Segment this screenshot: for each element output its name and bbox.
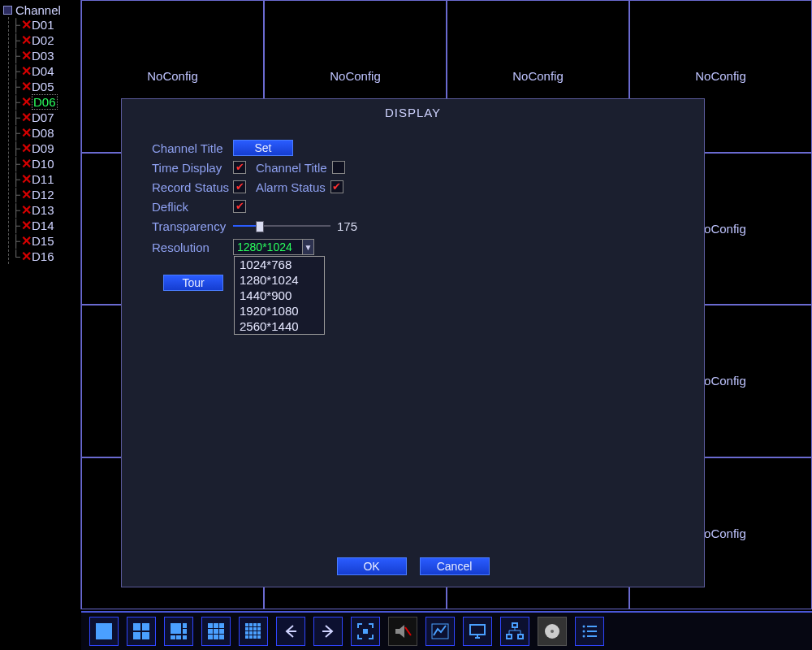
resolution-option[interactable]: 1024*768 <box>235 257 324 272</box>
svg-rect-0 <box>96 623 112 639</box>
sidebar-title: Channel <box>15 3 61 17</box>
disabled-icon: ✕ <box>20 81 32 93</box>
disabled-icon: ✕ <box>20 205 32 216</box>
resolution-option[interactable]: 1920*1080 <box>235 303 324 318</box>
cancel-button[interactable]: Cancel <box>420 557 490 575</box>
channel-item-D03[interactable]: ├✕D03 <box>9 48 80 63</box>
cell-status: NoConfig <box>147 69 198 83</box>
checkbox-time-display[interactable]: ✔ <box>233 161 246 174</box>
toolbar-view-1-icon[interactable] <box>89 617 119 646</box>
set-button[interactable]: Set <box>233 140 293 156</box>
tree-root-icon <box>3 6 12 15</box>
toolbar-fullscreen-icon[interactable] <box>351 617 380 646</box>
svg-rect-9 <box>176 635 181 639</box>
label-time-display: Time Display <box>152 161 233 175</box>
disabled-icon: ✕ <box>20 189 32 201</box>
svg-rect-5 <box>171 623 181 634</box>
channel-item-D02[interactable]: ├✕D02 <box>9 32 80 48</box>
channel-label: D16 <box>32 249 54 263</box>
toolbar-view-9-icon[interactable] <box>201 617 231 646</box>
svg-rect-24 <box>245 627 248 630</box>
toolbar-list-icon[interactable] <box>575 617 604 646</box>
channel-item-D16[interactable]: └✕D16 <box>9 249 80 264</box>
check-icon: ✔ <box>235 182 244 192</box>
toolbar-chart-icon[interactable] <box>425 617 455 646</box>
toolbar-monitor-icon[interactable] <box>463 617 492 646</box>
svg-rect-6 <box>183 623 187 628</box>
check-icon: ✔ <box>235 202 244 211</box>
disabled-icon: ✕ <box>20 66 32 77</box>
resolution-value: 1280*1024 <box>237 240 292 254</box>
checkbox-deflick[interactable]: ✔ <box>233 200 246 213</box>
chevron-down-icon: ▼ <box>302 240 313 254</box>
svg-rect-28 <box>245 631 248 635</box>
channel-item-D07[interactable]: ├✕D07 <box>9 110 80 125</box>
toolbar-next-icon[interactable] <box>313 617 343 646</box>
channel-label: D03 <box>32 49 54 63</box>
disabled-icon: ✕ <box>20 35 32 46</box>
checkbox-alarm-status[interactable]: ✔ <box>330 180 343 193</box>
label-transparency: Transparency <box>152 219 233 233</box>
toolbar-view-4-icon[interactable] <box>127 617 156 646</box>
channel-item-D13[interactable]: ├✕D13 <box>9 202 80 218</box>
svg-rect-33 <box>249 635 253 639</box>
toolbar-view-16-icon[interactable] <box>239 617 268 646</box>
label-channel-title: Channel Title <box>152 141 233 155</box>
svg-rect-15 <box>214 629 218 634</box>
svg-rect-8 <box>171 635 175 639</box>
toolbar-view-8-icon[interactable] <box>164 617 193 646</box>
cell-status: NoConfig <box>512 69 564 83</box>
resolution-option[interactable]: 2560*1440 <box>235 318 324 334</box>
svg-rect-21 <box>249 623 253 626</box>
channel-item-D06[interactable]: ├✕D06 <box>9 94 80 110</box>
disabled-icon: ✕ <box>20 251 32 262</box>
disabled-icon: ✕ <box>20 97 32 108</box>
svg-rect-41 <box>470 625 485 635</box>
channel-item-D11[interactable]: ├✕D11 <box>9 171 80 187</box>
channel-item-D12[interactable]: ├✕D12 <box>9 187 80 202</box>
svg-rect-29 <box>249 631 253 635</box>
svg-rect-32 <box>245 635 248 639</box>
toolbar-prev-icon[interactable] <box>276 617 305 646</box>
channel-item-D01[interactable]: ├✕D01 <box>9 17 80 32</box>
tour-button[interactable]: Tour <box>163 275 223 291</box>
resolution-option[interactable]: 1440*900 <box>235 288 324 303</box>
svg-rect-17 <box>208 635 213 639</box>
svg-rect-7 <box>183 629 187 634</box>
slider-thumb[interactable] <box>256 221 264 232</box>
channel-item-D14[interactable]: ├✕D14 <box>9 218 80 233</box>
channel-item-D05[interactable]: ├✕D05 <box>9 79 80 94</box>
svg-rect-20 <box>245 623 248 626</box>
disabled-icon: ✕ <box>20 20 32 31</box>
svg-rect-45 <box>507 635 512 639</box>
toolbar-network-icon[interactable] <box>500 617 529 646</box>
channel-label: D09 <box>32 141 54 155</box>
ok-button[interactable]: OK <box>337 557 407 575</box>
toolbar-storage-icon[interactable] <box>538 617 567 646</box>
svg-rect-30 <box>253 631 257 635</box>
disabled-icon: ✕ <box>20 158 32 170</box>
resolution-select[interactable]: 1280*1024 ▼ 1024*7681280*10241440*900192… <box>233 239 314 255</box>
channel-item-D08[interactable]: ├✕D08 <box>9 125 80 141</box>
resolution-option[interactable]: 1280*1024 <box>235 272 324 288</box>
channel-label: D14 <box>32 219 54 232</box>
checkbox-channel-title[interactable] <box>332 161 345 174</box>
channel-label: D15 <box>32 234 54 248</box>
svg-rect-12 <box>214 623 218 628</box>
disabled-icon: ✕ <box>20 112 32 124</box>
channel-label: D13 <box>32 203 54 217</box>
svg-rect-13 <box>219 623 224 628</box>
disabled-icon: ✕ <box>20 143 32 154</box>
dialog-title: DISPLAY <box>122 99 704 124</box>
channel-item-D09[interactable]: ├✕D09 <box>9 141 80 156</box>
transparency-slider[interactable]: 175 <box>233 219 357 233</box>
transparency-value: 175 <box>337 219 357 233</box>
svg-rect-4 <box>142 632 149 639</box>
channel-item-D04[interactable]: ├✕D04 <box>9 63 80 79</box>
channel-item-D10[interactable]: ├✕D10 <box>9 156 80 171</box>
view-toolbar <box>81 611 812 650</box>
checkbox-record-status[interactable]: ✔ <box>233 180 246 193</box>
channel-label: D12 <box>32 188 54 202</box>
channel-item-D15[interactable]: ├✕D15 <box>9 233 80 249</box>
toolbar-mute-icon[interactable] <box>388 617 417 646</box>
